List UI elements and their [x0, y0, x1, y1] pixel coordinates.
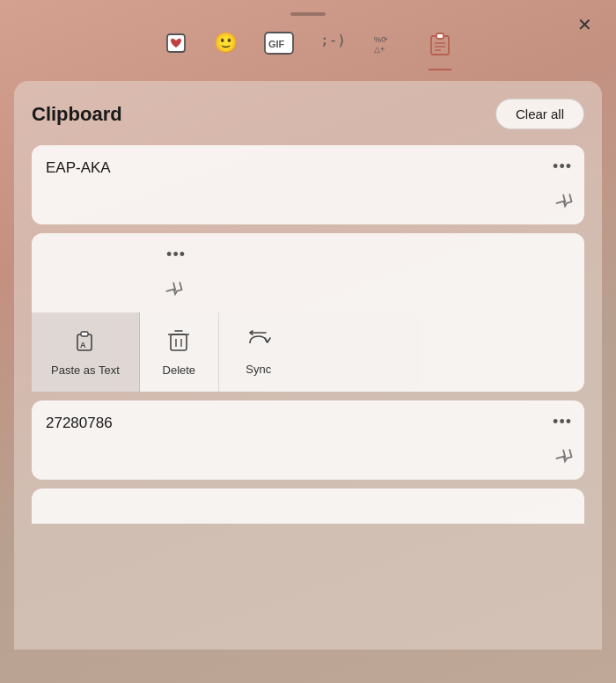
clipboard-item-2: ••• A Paste as Text — [32, 233, 584, 392]
tab-emoji[interactable]: 🙂 — [214, 32, 238, 70]
sync-label: Sync — [246, 363, 271, 376]
clipboard-item-3-more[interactable]: ••• — [553, 413, 572, 431]
gif-icon: GIF — [264, 32, 294, 60]
close-button[interactable]: ✕ — [570, 11, 598, 39]
svg-rect-11 — [81, 332, 88, 336]
tab-symbols[interactable]: %⟳ △+ — [372, 32, 402, 70]
svg-text:A: A — [80, 341, 86, 349]
context-menu: A Paste as Text Delete — [32, 312, 422, 392]
ctx-sync[interactable]: Sync — [219, 312, 298, 392]
kaomoji-icon: ;-) — [320, 32, 346, 48]
delete-icon — [167, 328, 190, 358]
tab-clipboard[interactable] — [429, 32, 451, 70]
clear-all-button[interactable]: Clear all — [495, 99, 584, 129]
clipboard-item-3-pin[interactable] — [548, 442, 577, 472]
ctx-paste-as-text[interactable]: A Paste as Text — [32, 312, 140, 392]
sync-icon — [246, 329, 271, 357]
clipboard-item-1-pin[interactable] — [548, 187, 577, 217]
clipboard-title: Clipboard — [32, 103, 122, 126]
clipboard-header: Clipboard Clear all — [32, 99, 584, 129]
stickers-icon — [165, 32, 187, 59]
clipboard-item-1-text: EAP-AKA — [46, 159, 111, 176]
clipboard-item-2-pin[interactable] — [158, 275, 187, 305]
tab-kaomoji[interactable]: ;-) — [320, 32, 346, 70]
content-area: Clipboard Clear all EAP-AKA ••• ••• — [14, 81, 602, 650]
svg-text:%⟳: %⟳ — [374, 35, 388, 44]
tab-bar: 🙂 GIF ;-) %⟳ △+ — [0, 25, 616, 70]
clipboard-item-2-more[interactable]: ••• — [166, 246, 186, 264]
tab-gif[interactable]: GIF — [264, 32, 294, 70]
clipboard-item-1: EAP-AKA ••• — [32, 145, 584, 224]
clipboard-item-4 — [32, 488, 584, 524]
drag-handle[interactable] — [290, 12, 326, 16]
top-bar: ✕ — [0, 0, 616, 25]
paste-as-text-label: Paste as Text — [51, 364, 120, 377]
symbols-icon: %⟳ △+ — [372, 32, 402, 60]
clipboard-item-3: 27280786 ••• — [32, 400, 584, 480]
clipboard-item-1-more[interactable]: ••• — [553, 158, 572, 176]
clipboard-icon — [429, 32, 451, 62]
svg-rect-6 — [436, 33, 444, 39]
clipboard-item-3-text: 27280786 — [46, 415, 113, 431]
svg-rect-13 — [171, 334, 187, 350]
delete-label: Delete — [163, 364, 196, 377]
tab-stickers[interactable] — [165, 32, 187, 70]
paste-as-text-icon: A — [73, 328, 98, 358]
ctx-delete[interactable]: Delete — [140, 312, 219, 392]
emoji-icon: 🙂 — [214, 32, 238, 55]
svg-text:△+: △+ — [374, 45, 385, 54]
svg-text:GIF: GIF — [268, 39, 285, 49]
